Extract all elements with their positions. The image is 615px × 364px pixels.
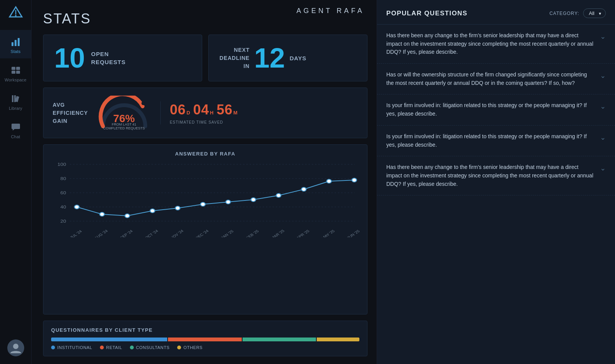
svg-rect-7 bbox=[16, 67, 20, 70]
time-saved-label: ESTIMATED TIME SAVED bbox=[170, 120, 223, 124]
legend-dot-consultants bbox=[130, 346, 134, 349]
app-logo[interactable] bbox=[7, 4, 25, 22]
time-saved-value: 06 D 04 H 56 M bbox=[170, 102, 238, 118]
svg-point-29 bbox=[201, 202, 205, 206]
deadline-unit: DAYS bbox=[289, 54, 306, 62]
category-select[interactable]: All bbox=[583, 8, 606, 18]
svg-rect-3 bbox=[12, 42, 13, 46]
legend-dot-others bbox=[177, 346, 181, 349]
bar-institutional bbox=[51, 338, 167, 341]
category-select-wrapper[interactable]: All bbox=[583, 8, 606, 18]
sidebar-item-workspace[interactable]: Workspace bbox=[0, 58, 31, 87]
time-hours-number: 04 bbox=[193, 102, 209, 118]
deadline-label: NEXT DEADLINE IN bbox=[219, 46, 249, 70]
top-stats-row: 10 OPEN REQUESTS NEXT DEADLINE IN 12 bbox=[43, 35, 367, 81]
svg-point-30 bbox=[226, 200, 230, 204]
open-requests-label-line1: OPEN bbox=[91, 50, 126, 58]
time-hours-unit: H bbox=[210, 110, 213, 116]
question-item-5[interactable]: Has there been any change to the firm's … bbox=[377, 156, 615, 195]
sidebar-navigation: Stats Workspace Library bbox=[0, 30, 31, 144]
question-item-2[interactable]: Has or will the ownership structure of t… bbox=[377, 64, 615, 94]
svg-rect-4 bbox=[15, 40, 17, 46]
questionnaires-legend: INSTITUTIONAL RETAIL CONSULTANTS OTHERS bbox=[51, 345, 359, 350]
questions-list: Has there been any change to the firm's … bbox=[377, 25, 615, 364]
deadline-label-line1: NEXT bbox=[219, 46, 249, 54]
svg-text:OCT '24: OCT '24 bbox=[144, 229, 159, 237]
time-hours: 04 H bbox=[193, 102, 214, 118]
open-requests-number: 10 bbox=[54, 44, 85, 72]
question-text-2: Has or will the ownership structure of t… bbox=[386, 71, 595, 87]
sidebar-item-label-chat: Chat bbox=[11, 134, 20, 139]
svg-text:JAN '25: JAN '25 bbox=[220, 229, 234, 237]
svg-point-26 bbox=[125, 214, 130, 218]
efficiency-card: AVG EFFICIENCY GAIN 76% FROM bbox=[43, 88, 367, 138]
legend-dot-retail bbox=[100, 346, 104, 349]
efficiency-label: AVG EFFICIENCY GAIN bbox=[53, 101, 88, 125]
svg-point-24 bbox=[75, 205, 79, 209]
svg-rect-8 bbox=[12, 71, 15, 74]
question-item-3[interactable]: Is your firm involved in: litigation rel… bbox=[377, 94, 615, 125]
deadline-label-line3: IN bbox=[219, 62, 249, 70]
open-requests-label-line2: REQUESTS bbox=[91, 58, 126, 66]
sidebar: Stats Workspace Library bbox=[0, 0, 32, 364]
svg-text:JUN '25: JUN '25 bbox=[346, 229, 359, 237]
right-panel: POPULAR QUESTIONS CATEGORY: All Has ther… bbox=[377, 0, 615, 364]
svg-point-2 bbox=[15, 15, 17, 17]
sidebar-item-library[interactable]: Library bbox=[0, 87, 31, 115]
svg-point-33 bbox=[301, 187, 306, 191]
efficiency-label-line3: GAIN bbox=[53, 117, 88, 125]
svg-point-31 bbox=[251, 198, 256, 202]
svg-text:100: 100 bbox=[58, 162, 66, 167]
chart-card: ANSWERED BY RAFA 100 80 60 40 bbox=[43, 144, 367, 314]
legend-label-consultants: CONSULTANTS bbox=[136, 345, 170, 350]
open-requests-card: 10 OPEN REQUESTS bbox=[43, 35, 202, 81]
questionnaires-bar bbox=[51, 338, 359, 341]
questionnaires-title: QUESTIONNAIRES BY CLIENT TYPE bbox=[51, 327, 359, 333]
deadline-label-line2: DEADLINE bbox=[219, 54, 249, 62]
deadline-number: 12 bbox=[254, 44, 285, 72]
panel-header: POPULAR QUESTIONS CATEGORY: All bbox=[377, 0, 615, 25]
app-title: AGENT RAFA bbox=[296, 7, 364, 15]
svg-text:MAR '25: MAR '25 bbox=[270, 229, 286, 237]
efficiency-label-line2: EFFICIENCY bbox=[53, 109, 88, 117]
svg-rect-10 bbox=[12, 95, 13, 102]
chevron-down-icon-2: ⌄ bbox=[600, 71, 606, 80]
chart-title: ANSWERED BY RAFA bbox=[51, 151, 359, 157]
svg-text:SEP '24: SEP '24 bbox=[119, 229, 134, 237]
sidebar-item-chat[interactable]: Chat bbox=[0, 115, 31, 144]
time-minutes: 56 M bbox=[216, 102, 237, 118]
legend-label-retail: RETAIL bbox=[106, 345, 122, 350]
legend-dot-institutional bbox=[51, 346, 55, 349]
question-item-1[interactable]: Has there been any change to the firm's … bbox=[377, 25, 615, 64]
svg-point-27 bbox=[150, 209, 155, 213]
gauge-container: 76% FROM LAST 41 COMPLETED REQUESTS bbox=[97, 96, 151, 130]
time-minutes-number: 56 bbox=[216, 102, 232, 118]
efficiency-sub-line2: COMPLETED REQUESTS bbox=[103, 126, 145, 130]
open-requests-label: OPEN REQUESTS bbox=[91, 50, 126, 66]
svg-text:APR '25: APR '25 bbox=[296, 229, 311, 237]
chart-svg: 100 80 60 40 20 bbox=[51, 160, 359, 237]
svg-rect-9 bbox=[16, 71, 20, 74]
svg-point-28 bbox=[175, 206, 180, 210]
time-days-unit: D bbox=[186, 110, 190, 116]
legend-label-institutional: INSTITUTIONAL bbox=[57, 345, 92, 350]
question-item-4[interactable]: Is your firm involved in: litigation rel… bbox=[377, 126, 615, 156]
svg-point-13 bbox=[141, 101, 145, 105]
legend-retail: RETAIL bbox=[100, 345, 122, 350]
chevron-down-icon-5: ⌄ bbox=[600, 164, 606, 172]
chevron-down-icon-4: ⌄ bbox=[600, 133, 606, 142]
svg-rect-5 bbox=[18, 38, 20, 46]
category-filter-label: CATEGORY: bbox=[549, 11, 579, 16]
svg-point-25 bbox=[100, 212, 104, 216]
user-avatar[interactable] bbox=[7, 339, 24, 356]
svg-text:DEC '24: DEC '24 bbox=[194, 229, 209, 237]
chevron-down-icon-3: ⌄ bbox=[600, 102, 606, 111]
svg-text:MAY '25: MAY '25 bbox=[321, 229, 336, 237]
question-text-3: Is your firm involved in: litigation rel… bbox=[386, 101, 595, 118]
svg-text:40: 40 bbox=[60, 205, 66, 210]
legend-consultants: CONSULTANTS bbox=[130, 345, 170, 350]
svg-text:20: 20 bbox=[60, 219, 66, 224]
sidebar-item-stats[interactable]: Stats bbox=[0, 30, 31, 58]
svg-text:FEB '25: FEB '25 bbox=[245, 229, 260, 237]
deadline-content: NEXT DEADLINE IN 12 DAYS bbox=[219, 44, 306, 72]
